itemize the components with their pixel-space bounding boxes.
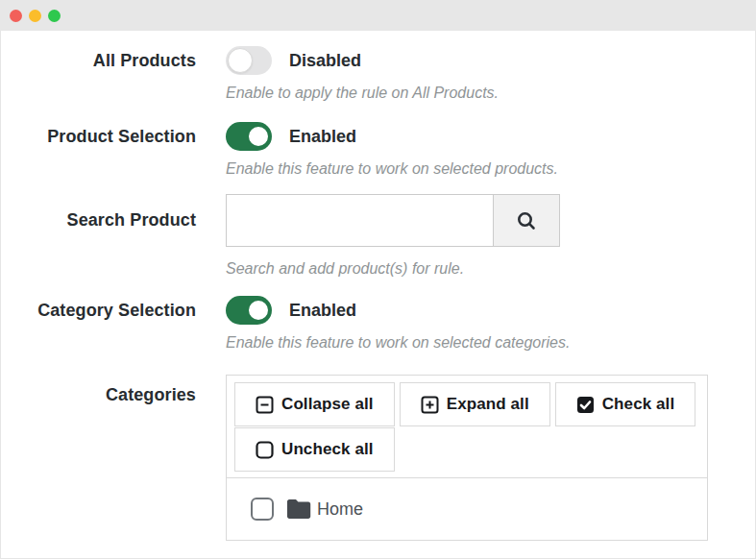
search-product-group (226, 194, 560, 247)
search-icon (515, 209, 538, 232)
all-products-helper-text: Enable to apply the rule on All Products… (226, 84, 756, 103)
expand-all-button[interactable]: Expand all (400, 382, 550, 426)
search-button[interactable] (493, 194, 560, 247)
product-selection-toggle[interactable] (226, 122, 272, 151)
categories-label: Categories (0, 375, 196, 409)
product-selection-row: Product Selection Enabled Enable this fe… (0, 122, 756, 179)
search-product-input[interactable] (226, 194, 493, 247)
window-maximize-button[interactable] (48, 10, 61, 22)
uncheck-all-button[interactable]: Uncheck all (234, 427, 395, 472)
category-selection-toggle[interactable] (226, 296, 272, 325)
check-all-label: Check all (602, 395, 675, 414)
check-all-button[interactable]: Check all (555, 382, 696, 426)
settings-form: All Products Disabled Enable to apply th… (0, 31, 756, 541)
categories-row: Categories Collapse all (0, 375, 756, 541)
app-window: All Products Disabled Enable to apply th… (0, 0, 756, 559)
home-checkbox[interactable] (251, 498, 274, 521)
expand-all-label: Expand all (447, 395, 529, 414)
window-titlebar (0, 0, 756, 31)
all-products-label: All Products (0, 46, 196, 75)
category-selection-label: Category Selection (0, 296, 196, 325)
categories-tree: Home (227, 477, 707, 540)
search-product-helper-text: Search and add product(s) for rule. (226, 259, 756, 279)
search-product-label: Search Product (0, 194, 196, 247)
product-selection-helper-text: Enable this feature to work on selected … (226, 159, 756, 179)
categories-panel: Collapse all Expand all (226, 375, 708, 541)
toggle-knob (228, 48, 253, 73)
checked-checkbox-icon (576, 396, 595, 414)
product-selection-label: Product Selection (0, 122, 196, 151)
all-products-toggle[interactable] (226, 46, 272, 75)
tree-item-label[interactable]: Home (317, 499, 363, 520)
category-selection-state-text: Enabled (289, 301, 356, 321)
minus-square-icon (256, 396, 274, 414)
window-close-button[interactable] (10, 10, 22, 22)
plus-square-icon (421, 396, 439, 414)
product-selection-state-text: Enabled (289, 127, 356, 147)
tree-item-home: Home (251, 498, 707, 521)
toggle-knob (247, 299, 270, 322)
empty-checkbox-icon (256, 441, 274, 459)
uncheck-all-label: Uncheck all (281, 440, 374, 459)
window-minimize-button[interactable] (29, 10, 41, 22)
folder-icon (285, 498, 312, 520)
toggle-knob (247, 125, 270, 148)
category-selection-helper-text: Enable this feature to work on selected … (226, 333, 756, 352)
search-product-row: Search Product Search and add product(s)… (0, 194, 756, 279)
all-products-state-text: Disabled (289, 51, 361, 71)
all-products-row: All Products Disabled Enable to apply th… (0, 46, 756, 103)
collapse-all-button[interactable]: Collapse all (234, 382, 395, 426)
collapse-all-label: Collapse all (281, 395, 374, 414)
categories-toolbar: Collapse all Expand all (227, 376, 707, 477)
category-selection-row: Category Selection Enabled Enable this f… (0, 296, 756, 352)
